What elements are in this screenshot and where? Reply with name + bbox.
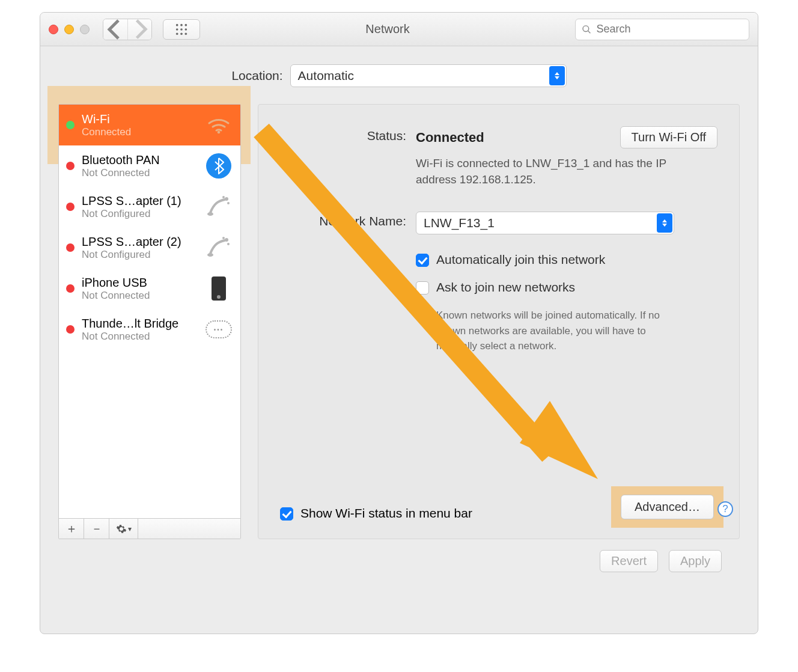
svg-point-13 [207,212,213,216]
status-dot-icon [66,284,75,293]
service-status: Not Connected [82,167,198,179]
service-actions-button[interactable]: ▾ [109,519,138,539]
sidebar-footer: ＋ － ▾ [59,518,240,539]
advanced-button[interactable]: Advanced… [621,495,714,519]
location-row: Location: Automatic [58,64,740,87]
network-name-row: Network Name: LNW_F13_1 [280,212,717,234]
serial-adapter-icon [206,194,232,220]
service-name: LPSS S…apter (2) [82,235,198,249]
search-field[interactable] [575,19,749,40]
svg-point-9 [218,131,221,134]
stepper-arrows-icon [549,66,565,85]
grid-icon [175,23,188,36]
minimize-window-button[interactable] [64,25,74,34]
status-dot-icon [66,121,75,129]
network-name-select[interactable]: LNW_F13_1 [416,212,674,234]
location-select[interactable]: Automatic [290,64,567,87]
status-row: Status: Connected Turn Wi-Fi Off Wi-Fi i… [280,126,717,188]
location-label: Location: [231,69,282,83]
zoom-window-button[interactable] [80,25,90,34]
network-name-value: LNW_F13_1 [424,216,495,230]
service-name: Thunde…lt Bridge [82,317,198,331]
remove-service-button[interactable]: － [84,519,109,539]
service-status: Not Connected [82,290,198,302]
svg-point-0 [176,23,178,26]
status-value: Connected [416,130,484,145]
chevron-left-icon [103,19,127,40]
svg-point-14 [225,238,228,242]
ask-join-label: Ask to join new networks [436,280,575,295]
status-dot-icon [66,162,75,170]
revert-button[interactable]: Revert [600,550,658,572]
search-icon [582,24,591,35]
show-all-button[interactable] [163,19,200,40]
services-sidebar: Wi-Fi Connected Bluetooth PAN [58,104,241,539]
service-name: Wi-Fi [82,112,198,126]
auto-join-checkbox[interactable] [416,254,429,267]
service-name: Bluetooth PAN [82,153,198,167]
help-button[interactable]: ? [717,501,733,517]
service-status: Connected [82,126,198,138]
gear-icon [116,524,127,534]
svg-point-4 [180,28,183,31]
titlebar: Network [40,13,758,46]
svg-point-15 [227,243,230,245]
ask-join-description: Known networks will be joined automatica… [436,308,683,354]
svg-point-8 [185,32,187,35]
svg-point-6 [176,32,178,35]
auto-join-row: Automatically join this network [280,252,717,267]
bluetooth-icon [206,153,232,179]
ask-join-row: Ask to join new networks Known networks … [280,280,717,354]
chevron-down-icon: ▾ [128,525,132,533]
service-item-thunderbolt-bridge[interactable]: Thunde…lt Bridge Not Connected ••• [59,309,240,350]
detail-panel: Status: Connected Turn Wi-Fi Off Wi-Fi i… [258,104,740,539]
svg-point-2 [185,23,187,26]
wifi-icon [206,112,232,138]
svg-point-10 [225,197,228,201]
back-button[interactable] [103,19,127,40]
auto-join-label: Automatically join this network [436,252,605,267]
service-item-lpss-2[interactable]: LPSS S…apter (2) Not Configured [59,227,240,268]
service-item-wifi[interactable]: Wi-Fi Connected [59,105,240,145]
thunderbolt-bridge-icon: ••• [206,316,232,343]
stepper-arrows-icon [657,213,672,233]
svg-point-17 [207,253,213,257]
show-menubar-label: Show Wi-Fi status in menu bar [300,506,472,521]
service-item-iphone-usb[interactable]: iPhone USB Not Connected [59,268,240,309]
network-name-label: Network Name: [280,212,406,228]
svg-point-12 [222,196,225,198]
services-list[interactable]: Wi-Fi Connected Bluetooth PAN [59,105,240,518]
service-name: LPSS S…apter (1) [82,194,198,208]
forward-button[interactable] [127,19,151,40]
search-input[interactable] [595,22,743,36]
service-name: iPhone USB [82,276,198,290]
status-label: Status: [280,126,406,143]
annotation-highlight-advanced: Advanced… [611,486,723,528]
nav-back-forward [103,19,152,40]
close-window-button[interactable] [49,25,58,34]
svg-point-5 [185,28,187,31]
iphone-icon [206,275,232,302]
network-prefpane-window: Network Location: Automatic [40,12,758,634]
apply-button[interactable]: Apply [669,550,722,572]
svg-point-11 [227,202,230,204]
chevron-right-icon [128,19,151,40]
ask-join-checkbox[interactable] [416,281,429,295]
svg-point-16 [222,237,225,239]
show-menubar-checkbox[interactable] [280,507,293,521]
footer-buttons: Revert Apply [58,539,740,572]
add-service-button[interactable]: ＋ [59,519,84,539]
service-item-bluetooth-pan[interactable]: Bluetooth PAN Not Connected [59,145,240,186]
svg-point-7 [180,32,183,35]
status-dot-icon [66,203,75,211]
show-menubar-row: Show Wi-Fi status in menu bar [280,506,472,521]
turn-wifi-off-button[interactable]: Turn Wi-Fi Off [620,126,717,148]
status-dot-icon [66,325,75,334]
service-item-lpss-1[interactable]: LPSS S…apter (1) Not Configured [59,186,240,227]
svg-point-3 [176,28,178,31]
status-dot-icon [66,243,75,252]
window-controls [49,25,90,34]
svg-point-1 [180,23,183,26]
serial-adapter-icon [206,234,232,261]
service-status: Not Connected [82,331,198,343]
